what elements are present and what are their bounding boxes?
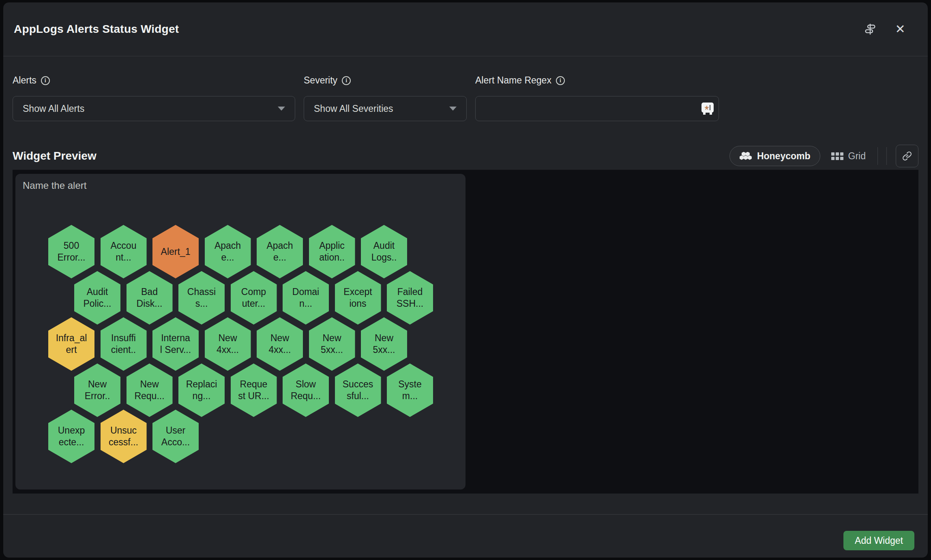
alert-hexagon[interactable]: NewError.. — [74, 363, 120, 417]
alert-hexagon[interactable]: Insufficient.. — [101, 317, 147, 371]
alert-hexagon-label: n... — [299, 298, 312, 310]
alert-hexagon[interactable]: Apache... — [205, 225, 251, 278]
alert-hexagon-label: sful... — [347, 390, 369, 402]
grid-toggle-label: Grid — [848, 151, 866, 162]
alert-hexagon-label: Alert_1 — [161, 246, 191, 258]
alert-hexagon[interactable]: Computer... — [231, 271, 277, 325]
honeycomb-grid: Name the alert 500Error...Account...Aler… — [15, 174, 466, 489]
alert-hexagon-label: Accou — [111, 240, 137, 252]
alert-hexagon-label: Unexp — [58, 425, 85, 436]
add-widget-modal: AppLogs Alerts Status Widget ✕ Alerts i … — [3, 2, 928, 558]
alert-hexagon-label: Applic — [319, 240, 345, 252]
view-toggle-grid[interactable]: Grid — [831, 151, 866, 162]
alert-hexagon[interactable]: Chassis... — [178, 271, 225, 325]
alert-hexagon-label: cessf... — [109, 436, 138, 448]
add-widget-button[interactable]: Add Widget — [843, 531, 914, 550]
alert-hexagon-label: e... — [273, 252, 286, 263]
divider — [877, 147, 878, 165]
alert-hexagon[interactable]: FailedSSH... — [387, 271, 433, 325]
alert-hexagon[interactable]: Apache... — [257, 225, 303, 278]
alert-hexagon-label: Audit — [87, 286, 108, 298]
preview-title: Widget Preview — [13, 150, 729, 162]
alert-hexagon-label: Unsuc — [110, 425, 137, 436]
alert-hexagon[interactable]: Unexpecte... — [48, 410, 94, 463]
alert-hexagon[interactable]: UserAcco... — [152, 410, 199, 463]
widget-panel-button[interactable] — [861, 20, 879, 38]
alert-hexagon-label: m... — [402, 390, 418, 402]
alert-hexagon-label: 5xx... — [321, 344, 343, 356]
alert-hexagon-label: Error... — [57, 252, 85, 263]
alert-hexagon-label: New — [218, 332, 237, 344]
severity-select-value: Show All Severities — [314, 103, 449, 114]
alert-hexagon[interactable]: Domain... — [283, 271, 329, 325]
modal-footer: Add Widget — [3, 515, 928, 550]
regex-input-wrapper: * — [475, 96, 719, 121]
alert-hexagon-label: Interna — [161, 332, 190, 344]
alerts-select[interactable]: Show All Alerts — [13, 96, 295, 121]
alert-hexagon[interactable]: Unsuccessf... — [101, 410, 147, 463]
alert-hexagon[interactable]: Account... — [101, 225, 147, 278]
alert-hexagon[interactable]: SlowRequ... — [283, 363, 329, 417]
alert-hexagon-label: 4xx... — [269, 344, 291, 356]
alert-hexagon[interactable]: Application.. — [309, 225, 355, 278]
alert-hexagon-label: Logs.. — [371, 252, 397, 263]
alert-hexagon-label: st UR... — [238, 390, 269, 402]
alert-hexagon[interactable]: Request UR... — [231, 363, 277, 417]
alert-hexagon-label: Except — [343, 286, 372, 298]
alert-hexagon[interactable]: System... — [387, 363, 433, 417]
severity-select[interactable]: Show All Severities — [304, 96, 467, 121]
alert-hexagon[interactable]: New5xx... — [309, 317, 355, 371]
grid-icon — [831, 152, 843, 160]
alert-hexagon[interactable]: Successful... — [335, 363, 381, 417]
alert-hexagon[interactable]: Infra_alert — [48, 317, 94, 371]
alert-hexagon-label: Domai — [292, 286, 319, 298]
copy-link-button[interactable] — [896, 145, 918, 167]
filters-row: Alerts i Show All Alerts Severity i Show… — [3, 56, 928, 121]
alert-hexagon[interactable]: NewRequ... — [127, 363, 173, 417]
regex-field-group: Alert Name Regex i * — [475, 75, 719, 121]
alert-hexagon[interactable]: Internal Serv... — [152, 317, 199, 371]
alert-hexagon[interactable]: 500Error... — [48, 225, 94, 278]
alert-hexagon[interactable]: BadDisk... — [127, 271, 173, 325]
alert-hexagon-label: Infra_al — [56, 332, 87, 344]
signpost-icon — [864, 23, 877, 36]
severity-label-text: Severity — [304, 75, 337, 86]
alert-hexagon-label: Bad — [141, 286, 158, 298]
modal-title: AppLogs Alerts Status Widget — [14, 23, 861, 36]
alert-hexagon[interactable]: New4xx... — [257, 317, 303, 371]
alert-hexagon-label: cient.. — [111, 344, 136, 356]
chevron-down-icon — [278, 107, 285, 111]
alert-hexagon-label: Apach — [266, 240, 293, 252]
alert-hexagon-label: 500 — [64, 240, 79, 252]
alert-hexagon[interactable]: Alert_1 — [152, 225, 199, 278]
alert-hexagon[interactable]: New5xx... — [361, 317, 407, 371]
alert-hexagon-label: Insuffi — [111, 332, 136, 344]
alerts-label: Alerts i — [13, 75, 295, 86]
alert-hexagon-label: nt... — [116, 252, 131, 263]
view-toggle-honeycomb[interactable]: Honeycomb — [729, 146, 820, 166]
regex-input[interactable] — [485, 103, 709, 114]
alert-hexagon[interactable]: New4xx... — [205, 317, 251, 371]
alert-hexagon[interactable]: Exceptions — [335, 271, 381, 325]
alert-hexagon-label: e... — [221, 252, 234, 263]
info-icon[interactable]: i — [556, 76, 565, 85]
info-icon[interactable]: i — [342, 76, 351, 85]
alert-hexagon-label: Failed — [397, 286, 423, 298]
alerts-label-text: Alerts — [13, 75, 36, 86]
alert-hexagon[interactable]: AuditPolic... — [74, 271, 120, 325]
modal-header: AppLogs Alerts Status Widget ✕ — [3, 2, 928, 56]
alert-hexagon[interactable]: Replacing... — [178, 363, 225, 417]
alert-hexagon-label: Requ... — [134, 390, 164, 402]
close-button[interactable]: ✕ — [891, 20, 909, 38]
regex-label-text: Alert Name Regex — [475, 75, 551, 86]
alert-hexagon[interactable]: AuditLogs.. — [361, 225, 407, 278]
alert-hexagon-label: s... — [195, 298, 208, 310]
chevron-down-icon — [449, 107, 457, 111]
alert-hexagon-label: New — [88, 378, 107, 390]
info-icon[interactable]: i — [41, 76, 50, 85]
alert-hexagon-label: Requ... — [291, 390, 321, 402]
alert-hexagon-label: 4xx... — [217, 344, 239, 356]
alert-hexagon-label: New — [322, 332, 341, 344]
alert-hexagon-label: ions — [349, 298, 366, 310]
severity-label: Severity i — [304, 75, 467, 86]
